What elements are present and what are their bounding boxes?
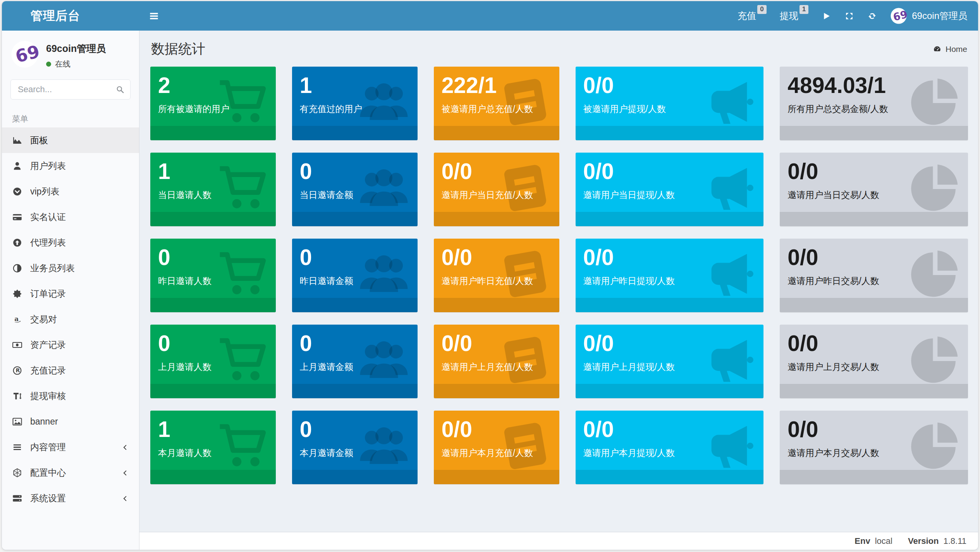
- stat-card: 4894.03/1 所有用户总交易金额/人数: [780, 67, 968, 140]
- stat-label: 上月邀请金额: [300, 361, 410, 373]
- stat-card: 222/1 被邀请用户总充值/人数: [434, 67, 559, 140]
- sidebar-item-content[interactable]: 内容管理: [2, 434, 139, 460]
- sidebar: 69coin管理员 在线 菜单 面板 用户列表 vip列表 实名: [2, 31, 139, 550]
- brand-logo[interactable]: 管理后台: [2, 1, 139, 31]
- stat-card-footer: [576, 470, 764, 484]
- recharge-notifications-link[interactable]: 充值 0: [738, 10, 766, 22]
- sidebar-item-banner[interactable]: banner: [2, 409, 139, 434]
- stat-card: 0/0 邀请用户上月充值/人数: [434, 325, 559, 398]
- sidebar-item-vip[interactable]: vip列表: [2, 179, 139, 204]
- stat-label: 邀请用户上月提现/人数: [583, 361, 756, 373]
- stat-card-footer: [292, 126, 418, 140]
- stat-value: 0: [158, 244, 268, 270]
- sidebar-item-salesmen[interactable]: 业务员列表: [2, 255, 139, 281]
- sidebar-item-panel[interactable]: 面板: [2, 127, 139, 153]
- user-menu[interactable]: 69coin管理员: [890, 7, 967, 24]
- stat-label: 昨日邀请金额: [300, 275, 410, 287]
- stat-card-footer: [576, 126, 764, 140]
- play-button[interactable]: [822, 11, 831, 21]
- chevron-left-icon: [121, 469, 129, 476]
- stat-value: 0/0: [787, 158, 960, 184]
- footer-env-value: local: [875, 536, 892, 546]
- stat-card-footer: [780, 126, 968, 140]
- stat-value: 0/0: [787, 330, 960, 356]
- stat-value: 0: [300, 416, 410, 442]
- sidebar-item-label: 充值记录: [30, 365, 66, 377]
- stat-value: 222/1: [442, 72, 552, 98]
- play-icon: [822, 11, 831, 21]
- stat-value: 1: [300, 72, 410, 98]
- stat-value: 0/0: [442, 244, 552, 270]
- stat-value: 4894.03/1: [787, 72, 960, 98]
- recharge-badge: 0: [757, 5, 766, 14]
- stat-card-footer: [780, 470, 968, 484]
- refresh-button[interactable]: [867, 11, 877, 21]
- sidebar-user-panel: 69coin管理员 在线: [2, 31, 139, 73]
- stat-label: 邀请用户本月交易/人数: [787, 447, 960, 459]
- stat-card-footer: [780, 298, 968, 312]
- sidebar-toggle-button[interactable]: [139, 1, 168, 31]
- sidebar-item-config[interactable]: 配置中心: [2, 460, 139, 485]
- stat-card-footer: [576, 298, 764, 312]
- stat-label: 当日邀请金额: [300, 189, 410, 201]
- sidebar-item-label: 实名认证: [30, 211, 66, 223]
- sidebar-item-label: 系统设置: [30, 492, 66, 504]
- stat-label: 邀请用户昨日交易/人数: [787, 275, 960, 287]
- withdraw-badge: 1: [799, 5, 808, 14]
- search-input[interactable]: [10, 79, 131, 100]
- breadcrumb[interactable]: Home: [933, 45, 967, 54]
- footer: Env local Version 1.8.11: [139, 532, 978, 550]
- sidebar-item-system[interactable]: 系统设置: [2, 485, 139, 511]
- sidebar-item-recharge[interactable]: 充值记录: [2, 358, 139, 383]
- online-status-dot: [46, 62, 51, 67]
- stat-card-footer: [434, 384, 559, 398]
- stat-card-footer: [150, 212, 276, 226]
- sidebar-item-label: 内容管理: [30, 441, 66, 453]
- sidebar-item-agents[interactable]: 代理列表: [2, 230, 139, 255]
- stat-value: 1: [158, 416, 268, 442]
- search-icon[interactable]: [115, 85, 125, 94]
- sidebar-item-orders[interactable]: 订单记录: [2, 281, 139, 306]
- stat-card-footer: [576, 384, 764, 398]
- stat-card-footer: [780, 212, 968, 226]
- stat-value: 0/0: [583, 244, 756, 270]
- withdraw-link-label: 提现: [780, 10, 798, 22]
- stat-label: 邀请用户当日充值/人数: [442, 189, 552, 201]
- main-area: 数据统计 Home 2 所有被邀请的用户 1 有充值过的用户 222/1 被邀请…: [139, 31, 978, 550]
- sidebar-item-label: vip列表: [30, 186, 59, 198]
- sidebar-item-realname[interactable]: 实名认证: [2, 204, 139, 230]
- stat-label: 邀请用户上月充值/人数: [442, 361, 552, 373]
- server-icon: [12, 493, 22, 504]
- stat-card: 0 昨日邀请人数: [150, 239, 276, 312]
- sidebar-item-pairs[interactable]: 交易对: [2, 306, 139, 332]
- stat-card: 1 有充值过的用户: [292, 67, 418, 140]
- sidebar-item-withdraw[interactable]: 提现审核: [2, 383, 139, 409]
- stat-card-footer: [434, 470, 559, 484]
- sidebar-search: [10, 79, 131, 100]
- stat-value: 0/0: [583, 72, 756, 98]
- stat-value: 2: [158, 72, 268, 98]
- list-icon: [12, 442, 22, 452]
- stat-value: 0/0: [787, 416, 960, 442]
- fullscreen-button[interactable]: [844, 11, 854, 21]
- stat-value: 0/0: [583, 158, 756, 184]
- money-bill-icon: [12, 340, 22, 350]
- stat-label: 邀请用户昨日提现/人数: [583, 275, 756, 287]
- breadcrumb-home[interactable]: Home: [946, 45, 967, 54]
- stat-label: 所有被邀请的用户: [158, 103, 268, 115]
- stat-label: 上月邀请人数: [158, 361, 268, 373]
- stat-card-footer: [292, 470, 418, 484]
- sidebar-item-assets[interactable]: 资产记录: [2, 332, 139, 358]
- stat-label: 邀请用户本月提现/人数: [583, 447, 756, 459]
- sidebar-item-users[interactable]: 用户列表: [2, 153, 139, 179]
- stat-card: 2 所有被邀请的用户: [150, 67, 276, 140]
- withdraw-notifications-link[interactable]: 提现 1: [780, 10, 808, 22]
- refresh-icon: [867, 11, 877, 21]
- dashboard-icon: [933, 45, 942, 53]
- stat-label: 所有用户总交易金额/人数: [787, 103, 960, 115]
- stat-card-footer: [150, 298, 276, 312]
- image-icon: [12, 416, 22, 427]
- sidebar-user-name: 69coin管理员: [46, 40, 106, 55]
- sidebar-item-label: 提现审核: [30, 390, 66, 402]
- stat-label: 本月邀请人数: [158, 447, 268, 459]
